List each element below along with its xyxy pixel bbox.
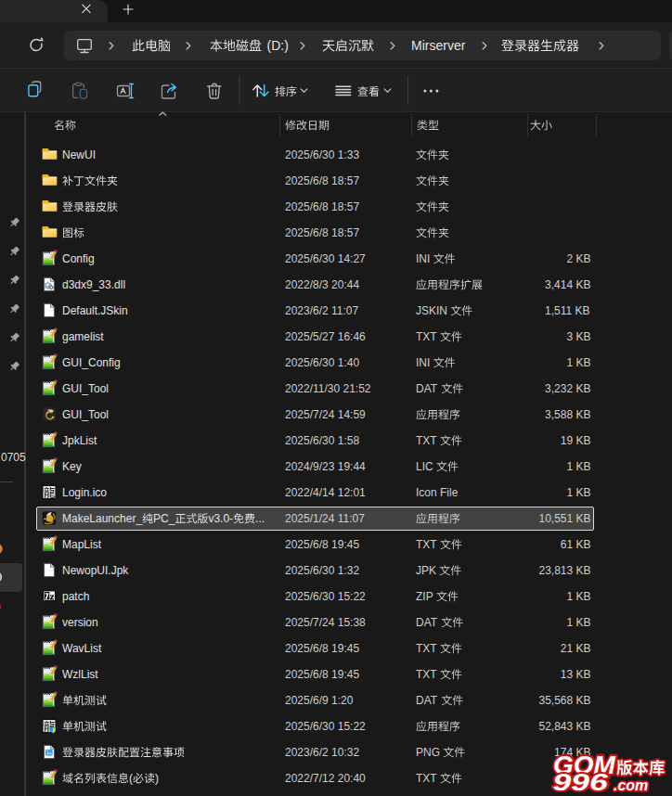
- svg-text:2025/6/30 15:22: 2025/6/30 15:22: [285, 590, 366, 603]
- svg-text:3 KB: 3 KB: [567, 330, 591, 343]
- svg-text:35,568 KB: 35,568 KB: [539, 694, 591, 707]
- svg-text:GUI_Tool: GUI_Tool: [62, 382, 109, 395]
- svg-text:52,843 KB: 52,843 KB: [539, 720, 591, 733]
- svg-text:TXT: TXT: [416, 434, 437, 447]
- svg-text:2022/8/3 20:44: 2022/8/3 20:44: [285, 278, 359, 291]
- svg-text:TXT: TXT: [416, 330, 437, 343]
- svg-text:LIC: LIC: [416, 460, 433, 473]
- svg-text:19 KB: 19 KB: [561, 434, 591, 447]
- svg-text:INI: INI: [416, 252, 430, 265]
- svg-text:2025/6/8 18:57: 2025/6/8 18:57: [285, 174, 359, 187]
- svg-text:Config: Config: [62, 252, 95, 265]
- svg-text:2025/6/30 1:32: 2025/6/30 1:32: [285, 564, 359, 577]
- svg-text:996: 996: [553, 769, 609, 795]
- svg-text:61 KB: 61 KB: [561, 538, 591, 551]
- svg-text:2025/5/27 16:46: 2025/5/27 16:46: [285, 330, 366, 343]
- svg-text:2025/6/30 14:27: 2025/6/30 14:27: [285, 252, 366, 265]
- svg-text:2025/6/30 1:40: 2025/6/30 1:40: [285, 356, 359, 369]
- svg-text:): ): [155, 772, 159, 785]
- svg-text:(D:): (D:): [267, 38, 289, 53]
- svg-text:2025/6/8 19:45: 2025/6/8 19:45: [285, 668, 359, 681]
- svg-text:3,414 KB: 3,414 KB: [545, 278, 590, 291]
- svg-text:TXT: TXT: [416, 668, 437, 681]
- svg-text:Icon File: Icon File: [416, 486, 459, 499]
- svg-text:Default.JSkin: Default.JSkin: [62, 304, 128, 317]
- svg-text:DAT: DAT: [416, 382, 438, 395]
- svg-text:2023/6/2 10:32: 2023/6/2 10:32: [285, 746, 359, 759]
- svg-text:patch: patch: [62, 590, 89, 603]
- svg-text:.com: .com: [614, 777, 648, 793]
- svg-text:gamelist: gamelist: [62, 330, 104, 343]
- svg-text:1,511 KB: 1,511 KB: [545, 304, 589, 317]
- svg-text:2025/6/30 1:58: 2025/6/30 1:58: [285, 434, 359, 447]
- svg-text:1 KB: 1 KB: [567, 590, 591, 603]
- svg-text:3,588 KB: 3,588 KB: [545, 408, 590, 421]
- svg-text:JPK: JPK: [416, 564, 436, 577]
- svg-text:Key: Key: [62, 460, 82, 473]
- svg-text:13 KB: 13 KB: [561, 668, 591, 681]
- svg-text:JpkList: JpkList: [62, 434, 97, 447]
- svg-text:2022/11/30 21:52: 2022/11/30 21:52: [285, 382, 371, 395]
- svg-text:...: ...: [255, 512, 265, 525]
- svg-text:Mirserver: Mirserver: [411, 38, 466, 53]
- svg-text:1 KB: 1 KB: [567, 356, 591, 369]
- svg-text:INI: INI: [416, 356, 430, 369]
- svg-text:Login.ico: Login.ico: [62, 486, 107, 499]
- svg-text:GUI_Config: GUI_Config: [62, 356, 121, 369]
- svg-text:2023/6/2 11:07: 2023/6/2 11:07: [285, 304, 359, 317]
- svg-text:10,551 KB: 10,551 KB: [539, 512, 591, 525]
- svg-text:TXT: TXT: [416, 538, 437, 551]
- svg-text:2025/1/24 11:07: 2025/1/24 11:07: [285, 512, 365, 525]
- svg-text:2025/7/24 14:59: 2025/7/24 14:59: [285, 408, 366, 421]
- svg-text:1 KB: 1 KB: [567, 460, 591, 473]
- svg-text:2025/6/9 1:20: 2025/6/9 1:20: [285, 694, 354, 707]
- svg-text:DAT: DAT: [416, 694, 438, 707]
- svg-text:2025/6/8 18:57: 2025/6/8 18:57: [285, 200, 359, 213]
- svg-text:v3.0-: v3.0-: [208, 512, 233, 525]
- svg-text:2024/9/23 19:44: 2024/9/23 19:44: [285, 460, 366, 473]
- svg-text:2025/6/8 19:45: 2025/6/8 19:45: [285, 538, 359, 551]
- svg-text:1 KB: 1 KB: [567, 616, 591, 629]
- svg-text:2025/6/30 15:22: 2025/6/30 15:22: [285, 720, 366, 733]
- svg-text:2025/6/8 18:57: 2025/6/8 18:57: [285, 226, 359, 239]
- svg-text:2022/7/12 20:40: 2022/7/12 20:40: [285, 772, 366, 785]
- svg-text:MapList: MapList: [62, 538, 102, 551]
- svg-text:23,813 KB: 23,813 KB: [539, 564, 591, 577]
- svg-text:d3dx9_33.dll: d3dx9_33.dll: [62, 278, 125, 291]
- svg-text:NewopUI.Jpk: NewopUI.Jpk: [62, 564, 129, 577]
- svg-text:ZIP: ZIP: [416, 590, 433, 603]
- svg-text:PNG: PNG: [416, 746, 440, 759]
- svg-text:WavList: WavList: [62, 642, 102, 655]
- svg-text:21 KB: 21 KB: [561, 642, 591, 655]
- svg-text:1 KB: 1 KB: [567, 486, 591, 499]
- svg-text:2025/6/30 1:33: 2025/6/30 1:33: [285, 148, 359, 161]
- svg-text:2022/4/14 12:01: 2022/4/14 12:01: [285, 486, 366, 499]
- svg-text:2025/6/8 19:45: 2025/6/8 19:45: [285, 642, 359, 655]
- svg-text:TXT: TXT: [416, 772, 437, 785]
- svg-text:(: (: [129, 772, 133, 785]
- svg-text:0705: 0705: [1, 451, 26, 464]
- svg-text:NewUI: NewUI: [62, 148, 96, 161]
- svg-text:2 KB: 2 KB: [567, 252, 591, 265]
- svg-text:TXT: TXT: [416, 642, 437, 655]
- svg-text:MakeLauncher_: MakeLauncher_: [62, 512, 142, 525]
- svg-text:PC_: PC_: [153, 512, 175, 525]
- svg-text:GUI_Tool: GUI_Tool: [62, 408, 109, 421]
- svg-text:WzlList: WzlList: [62, 668, 98, 681]
- svg-text:DAT: DAT: [416, 616, 438, 629]
- svg-text:3,232 KB: 3,232 KB: [545, 382, 590, 395]
- svg-text:version: version: [62, 616, 98, 629]
- svg-text:2025/7/24 15:38: 2025/7/24 15:38: [285, 616, 366, 629]
- svg-text:JSKIN: JSKIN: [416, 304, 447, 317]
